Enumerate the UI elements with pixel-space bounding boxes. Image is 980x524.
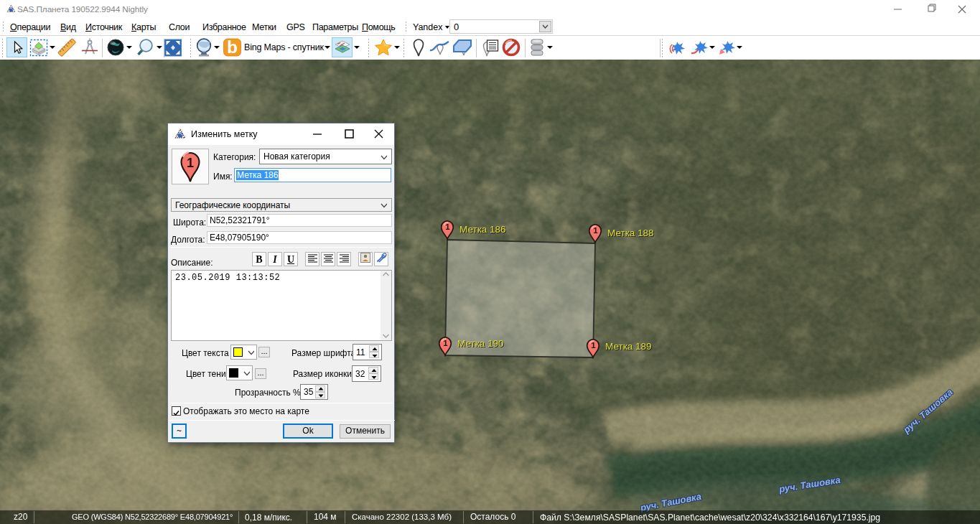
svg-text:Метка 188: Метка 188 bbox=[607, 228, 654, 238]
svg-text:Метка 186: Метка 186 bbox=[459, 224, 506, 235]
svg-text:Метка 190: Метка 190 bbox=[457, 338, 504, 349]
svg-text:b: b bbox=[227, 37, 238, 57]
svg-text:1: 1 bbox=[187, 156, 194, 170]
svg-text:Метка 189: Метка 189 bbox=[605, 341, 652, 352]
